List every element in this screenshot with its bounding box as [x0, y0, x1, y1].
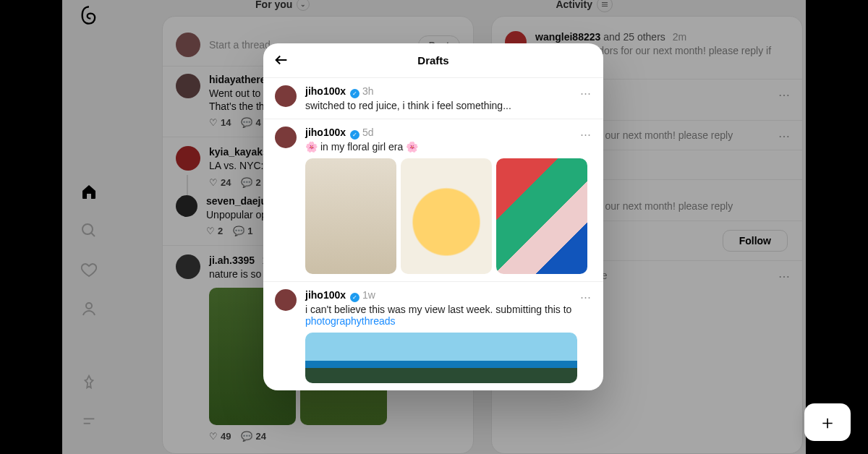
draft-more-icon[interactable]: ⋯ [580, 128, 592, 141]
verified-icon: ✓ [350, 89, 359, 98]
draft-item[interactable]: jiho100x ✓5d 🌸 in my floral girl era 🌸 ⋯ [263, 119, 603, 282]
draft-item[interactable]: jiho100x ✓1w i can't believe this was my… [263, 282, 603, 390]
draft-more-icon[interactable]: ⋯ [580, 291, 592, 304]
draft-link[interactable]: photographythreads [305, 315, 396, 327]
draft-media[interactable] [305, 333, 577, 383]
draft-more-icon[interactable]: ⋯ [580, 87, 592, 100]
verified-icon: ✓ [350, 293, 359, 302]
draft-user[interactable]: jiho100x [305, 85, 346, 97]
compose-fab[interactable]: ＋ [804, 403, 851, 441]
draft-ts: 3h [362, 85, 374, 97]
draft-user[interactable]: jiho100x [305, 127, 346, 138]
draft-text: 🌸 in my floral girl era 🌸 [305, 141, 418, 153]
modal-title: Drafts [417, 54, 448, 67]
avatar[interactable] [275, 289, 297, 311]
verified-icon: ✓ [350, 130, 359, 140]
back-button[interactable] [273, 52, 289, 68]
draft-ts: 5d [362, 127, 374, 138]
draft-text: switched to red juice, i think i feel so… [305, 100, 511, 111]
avatar[interactable] [275, 85, 297, 107]
avatar[interactable] [275, 127, 297, 148]
draft-ts: 1w [362, 289, 375, 301]
modal-header: Drafts [263, 43, 603, 78]
draft-user[interactable]: jiho100x [305, 289, 346, 301]
draft-media[interactable] [305, 158, 592, 274]
draft-item[interactable]: jiho100x ✓3h switched to red juice, i th… [263, 78, 603, 119]
draft-text: i can't believe this was my view last we… [305, 304, 592, 327]
drafts-modal: Drafts jiho100x ✓3h switched to red juic… [263, 43, 603, 390]
